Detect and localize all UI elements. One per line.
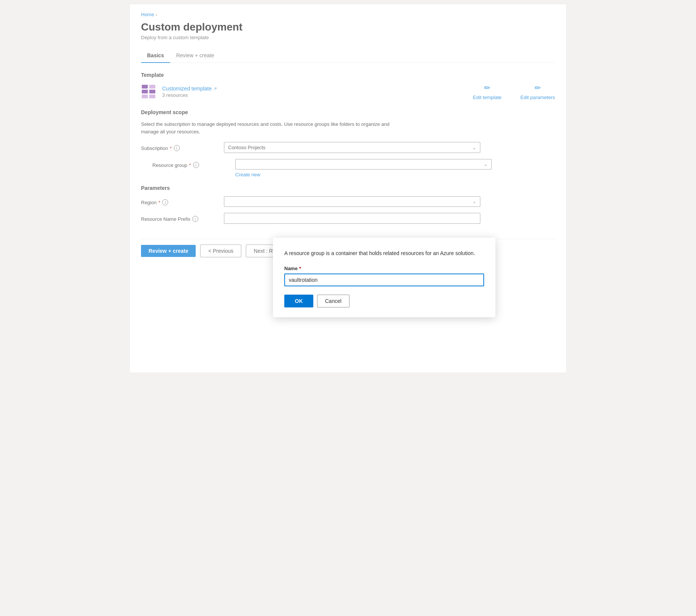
modal-description: A resource group is a container that hol… xyxy=(284,249,484,257)
page-wrapper: Home › Custom deployment Deploy from a c… xyxy=(129,4,567,373)
modal-ok-button[interactable]: OK xyxy=(284,295,313,307)
modal-cancel-button[interactable]: Cancel xyxy=(317,295,350,307)
modal-name-required-star: * xyxy=(299,266,301,271)
modal-name-input[interactable] xyxy=(284,274,484,286)
modal-name-label: Name * xyxy=(284,266,484,271)
modal-overlay xyxy=(130,4,566,373)
modal-buttons: OK Cancel xyxy=(284,295,484,307)
create-resource-group-modal: A resource group is a container that hol… xyxy=(273,238,495,317)
